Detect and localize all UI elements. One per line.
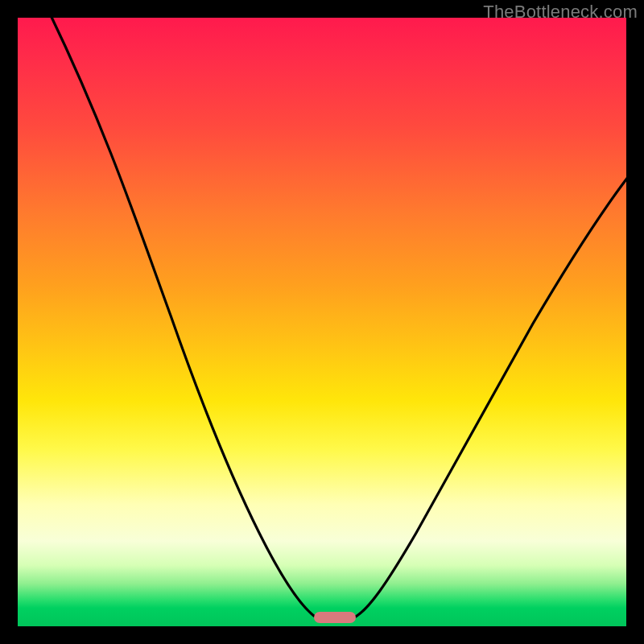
min-marker (314, 612, 356, 623)
plot-area (18, 18, 626, 626)
chart-frame: TheBottleneck.com (0, 0, 644, 644)
bottleneck-curve (18, 18, 626, 626)
curve-left-branch (50, 14, 317, 618)
curve-right-branch (353, 177, 628, 618)
